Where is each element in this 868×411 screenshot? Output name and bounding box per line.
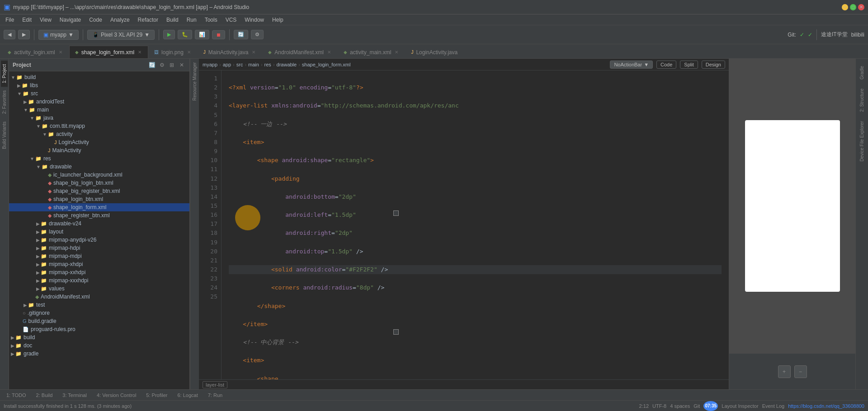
- menu-item-view[interactable]: View: [36, 16, 55, 24]
- tree-item-17[interactable]: ◆shape_register_btn.xml: [9, 211, 189, 220]
- toolbar-back-btn[interactable]: ◀: [4, 30, 15, 39]
- bc-myapp[interactable]: myapp: [203, 62, 217, 67]
- maximize-button[interactable]: □: [850, 4, 856, 10]
- menu-item-code[interactable]: Code: [85, 16, 106, 24]
- tree-item-10[interactable]: ▼📁res: [9, 154, 189, 163]
- bc-main[interactable]: main: [248, 62, 259, 67]
- layout-inspector-label[interactable]: Layout Inspector: [722, 403, 758, 409]
- tree-item-15[interactable]: ◆shape_login_btn.xml: [9, 195, 189, 203]
- csdn-url[interactable]: https://blog.csdn.net/qq_33608800: [788, 403, 864, 409]
- tree-item-28[interactable]: ▶📁test: [9, 301, 189, 309]
- tab-close-2[interactable]: ✕: [186, 49, 192, 55]
- tree-item-24[interactable]: ▶📁mipmap-xxhdpi: [9, 268, 189, 276]
- bc-res[interactable]: res: [264, 62, 271, 67]
- tree-item-3[interactable]: ▶📁androidTest: [9, 98, 189, 106]
- tab-LoginActivity-java[interactable]: JLoginActivity.java: [405, 46, 463, 58]
- project-expand-icon[interactable]: ⊞: [168, 61, 176, 69]
- menu-item-build[interactable]: Build: [163, 16, 182, 24]
- resource-manager-strip[interactable]: Resource Manager: [190, 59, 199, 389]
- menu-item-refactor[interactable]: Refactor: [134, 16, 162, 24]
- sync-button[interactable]: 🔄: [234, 30, 248, 39]
- menu-item-navigate[interactable]: Navigate: [56, 16, 85, 24]
- menu-item-edit[interactable]: Edit: [19, 16, 35, 24]
- tree-item-12[interactable]: ◆ic_launcher_background.xml: [9, 171, 189, 179]
- menu-item-help[interactable]: Help: [269, 16, 287, 24]
- build-variants-tab[interactable]: Build Variants: [1, 118, 8, 153]
- run-button[interactable]: ▶: [163, 30, 175, 39]
- bc-app[interactable]: app: [223, 62, 231, 67]
- menu-item-analyze[interactable]: Analyze: [107, 16, 133, 24]
- bc-file[interactable]: shape_login_form.xml: [302, 62, 351, 67]
- tree-item-32[interactable]: ▶📁build: [9, 333, 189, 341]
- favorites-tab[interactable]: 2: Favorites: [1, 87, 8, 117]
- tree-item-31[interactable]: 📄proguard-rules.pro: [9, 325, 189, 333]
- tree-item-4[interactable]: ▼📁main: [9, 106, 189, 114]
- project-settings-icon[interactable]: ⚙: [158, 61, 166, 69]
- tree-item-16[interactable]: ◆shape_login_form.xml: [9, 203, 189, 211]
- tab-close-1[interactable]: ✕: [137, 49, 142, 55]
- tree-item-6[interactable]: ▼📁com.ttit.myapp: [9, 122, 189, 130]
- tree-item-27[interactable]: ◆AndroidManifest.xml: [9, 293, 189, 301]
- tree-item-19[interactable]: ▶📁layout: [9, 228, 189, 236]
- bc-src[interactable]: src: [236, 62, 243, 67]
- tree-item-30[interactable]: Gbuild.gradle: [9, 317, 189, 325]
- tree-item-34[interactable]: ▶📁gradle: [9, 350, 189, 358]
- debug-button[interactable]: 🐛: [178, 30, 192, 39]
- close-button[interactable]: ✕: [858, 4, 864, 10]
- tool-tab-3[interactable]: 4: Version Control: [92, 392, 141, 399]
- project-sync-icon[interactable]: 🔄: [148, 61, 156, 69]
- tree-item-20[interactable]: ▶📁mipmap-anydpi-v26: [9, 236, 189, 244]
- tree-item-22[interactable]: ▶📁mipmap-mdpi: [9, 252, 189, 260]
- tree-item-13[interactable]: ◆shape_big_login_btn.xml: [9, 179, 189, 187]
- device-file-explorer-tab[interactable]: Device File Explorer: [859, 117, 865, 165]
- zoom-in-btn[interactable]: +: [778, 365, 791, 378]
- tree-item-2[interactable]: ▼📁src: [9, 89, 189, 98]
- menu-item-tools[interactable]: Tools: [201, 16, 221, 24]
- design-view-btn[interactable]: Design: [702, 61, 725, 69]
- time-badge[interactable]: 07:35: [703, 401, 718, 411]
- tree-item-11[interactable]: ▼📁drawable: [9, 163, 189, 171]
- tab-activity_login-xml[interactable]: ◆activity_login.xml✕: [2, 46, 69, 58]
- tool-tab-5[interactable]: 6: Logcat: [173, 392, 202, 399]
- code-editor[interactable]: <?xml version="1.0" encoding="utf-8"?> <…: [222, 70, 729, 379]
- tree-item-33[interactable]: ▶📁doc: [9, 341, 189, 350]
- split-view-btn[interactable]: Split: [680, 61, 698, 69]
- structure-tab[interactable]: 2: Structure: [859, 85, 865, 116]
- tree-item-21[interactable]: ▶📁mipmap-hdpi: [9, 244, 189, 252]
- app-selector[interactable]: ▣ myapp ▼: [38, 30, 79, 40]
- stop-button[interactable]: ⏹: [212, 30, 225, 39]
- menu-item-run[interactable]: Run: [183, 16, 200, 24]
- no-action-bar-selector[interactable]: NoActionBar ▼: [610, 61, 653, 69]
- tree-item-26[interactable]: ▶📁values: [9, 285, 189, 293]
- tree-item-23[interactable]: ▶📁mipmap-xhdpi: [9, 260, 189, 268]
- tab-shape_login_form-xml[interactable]: ◆shape_login_form.xml✕: [69, 46, 148, 58]
- tool-tab-2[interactable]: 3: Terminal: [58, 392, 91, 399]
- tab-AndroidManifest-xml[interactable]: ◆AndroidManifest.xml✕: [262, 46, 338, 58]
- event-log-label[interactable]: Event Log: [762, 403, 785, 409]
- tool-tab-6[interactable]: 7: Run: [203, 392, 227, 399]
- tool-tab-4[interactable]: 5: Profiler: [142, 392, 172, 399]
- tree-item-25[interactable]: ▶📁mipmap-xxxhdpi: [9, 276, 189, 285]
- tree-item-8[interactable]: JLoginActivity: [9, 138, 189, 146]
- menu-item-vcs[interactable]: VCS: [222, 16, 241, 24]
- code-view-btn[interactable]: Code: [656, 61, 676, 69]
- tree-item-18[interactable]: ▶📁drawable-v24: [9, 220, 189, 228]
- tab-close-3[interactable]: ✕: [251, 49, 256, 55]
- tree-item-29[interactable]: ○.gitignore: [9, 309, 189, 317]
- device-selector[interactable]: 📱 Pixel 3 XL API 29 ▼: [87, 30, 155, 40]
- tree-item-0[interactable]: ▼📁build: [9, 73, 189, 81]
- tab-close-4[interactable]: ✕: [326, 49, 332, 55]
- menu-item-window[interactable]: Window: [241, 16, 268, 24]
- tree-item-14[interactable]: ◆shape_big_register_btn.xml: [9, 187, 189, 195]
- minimize-button[interactable]: ─: [842, 4, 848, 10]
- tab-close-0[interactable]: ✕: [58, 49, 63, 55]
- tree-item-7[interactable]: ▼📁activity: [9, 130, 189, 138]
- tab-login-png[interactable]: 🖼login.png✕: [148, 46, 198, 58]
- settings-button[interactable]: ⚙: [251, 30, 264, 39]
- bc-drawable[interactable]: drawable: [277, 62, 297, 67]
- menu-item-file[interactable]: File: [2, 16, 18, 24]
- project-tab[interactable]: 1: Project: [1, 61, 8, 87]
- tool-tab-0[interactable]: 1: TODO: [2, 392, 31, 399]
- gradle-tab[interactable]: Gradle: [859, 62, 865, 83]
- tab-close-5[interactable]: ✕: [394, 49, 399, 55]
